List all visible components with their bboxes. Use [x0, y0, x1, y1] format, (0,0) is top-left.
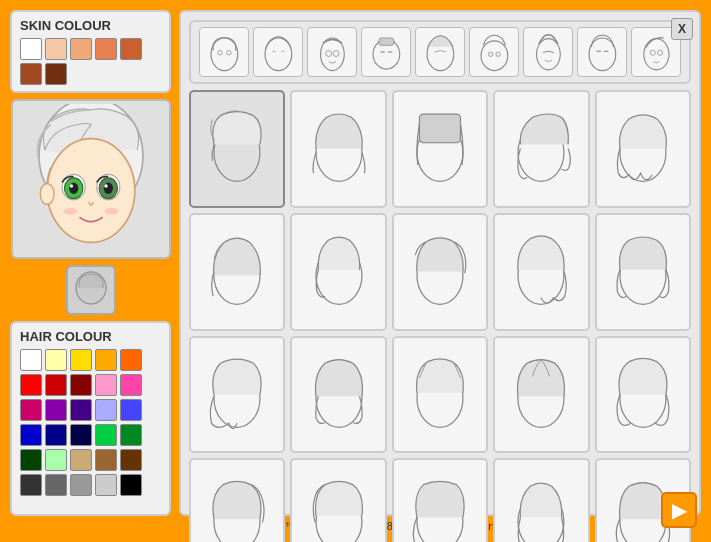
- hair-swatch[interactable]: [45, 449, 67, 471]
- hair-swatch[interactable]: [95, 374, 117, 396]
- svg-point-29: [536, 38, 560, 69]
- hair-swatch[interactable]: [45, 399, 67, 421]
- hair-style-item[interactable]: [290, 213, 386, 331]
- face-style-row: [189, 20, 691, 84]
- hair-swatch[interactable]: [20, 474, 42, 496]
- hair-swatch[interactable]: [120, 474, 142, 496]
- face-style-icon[interactable]: [415, 27, 465, 77]
- face-preview: [11, 99, 171, 259]
- hair-swatch[interactable]: [120, 449, 142, 471]
- svg-point-10: [63, 208, 77, 215]
- hair-swatch[interactable]: [95, 349, 117, 371]
- face-style-icon[interactable]: [199, 27, 249, 77]
- svg-point-14: [211, 38, 238, 71]
- hair-style-item[interactable]: [290, 458, 386, 542]
- hair-swatch[interactable]: [20, 424, 42, 446]
- skin-swatch[interactable]: [95, 38, 117, 60]
- left-panel: SKIN COLOUR: [10, 10, 171, 516]
- svg-point-19: [325, 50, 331, 56]
- hair-swatch[interactable]: [20, 349, 42, 371]
- hair-colour-grid: [20, 349, 161, 496]
- nav-arrow-button[interactable]: ▶: [661, 492, 697, 528]
- face-style-icon[interactable]: [361, 27, 411, 77]
- svg-point-9: [104, 184, 107, 187]
- svg-point-16: [226, 50, 230, 54]
- hair-style-item[interactable]: [493, 336, 589, 454]
- hair-style-item[interactable]: [290, 90, 386, 208]
- hair-style-grid: [189, 90, 691, 542]
- close-button[interactable]: X: [671, 18, 693, 40]
- skin-swatch[interactable]: [20, 38, 42, 60]
- svg-point-5: [69, 184, 72, 187]
- svg-point-20: [333, 50, 339, 56]
- hair-swatch[interactable]: [45, 474, 67, 496]
- face-style-icon[interactable]: [577, 27, 627, 77]
- svg-point-35: [657, 50, 662, 55]
- hair-icon-box: [66, 265, 116, 315]
- hair-style-item[interactable]: [392, 458, 488, 542]
- hair-style-item[interactable]: [493, 213, 589, 331]
- hair-swatch[interactable]: [20, 374, 42, 396]
- skin-colour-section: SKIN COLOUR: [10, 10, 171, 93]
- svg-point-27: [488, 52, 492, 56]
- skin-swatch[interactable]: [45, 38, 67, 60]
- skin-swatch[interactable]: [45, 63, 67, 85]
- hair-swatch[interactable]: [95, 474, 117, 496]
- hair-style-item[interactable]: [493, 458, 589, 542]
- skin-swatch[interactable]: [20, 63, 42, 85]
- hair-swatch[interactable]: [70, 474, 92, 496]
- skin-colour-title: SKIN COLOUR: [20, 18, 161, 33]
- hair-style-item[interactable]: [392, 213, 488, 331]
- hair-swatch[interactable]: [70, 424, 92, 446]
- svg-point-33: [643, 38, 668, 69]
- hair-swatch[interactable]: [45, 424, 67, 446]
- hair-swatch[interactable]: [70, 374, 92, 396]
- svg-point-30: [589, 38, 616, 71]
- svg-point-26: [481, 40, 508, 70]
- hair-style-item[interactable]: [290, 336, 386, 454]
- hair-swatch[interactable]: [45, 349, 67, 371]
- hair-style-item[interactable]: [595, 336, 691, 454]
- hair-style-item[interactable]: [392, 336, 488, 454]
- svg-point-1: [47, 139, 135, 243]
- face-style-icon[interactable]: [307, 27, 357, 77]
- hair-style-item[interactable]: [189, 90, 285, 208]
- hair-style-item[interactable]: [493, 90, 589, 208]
- hair-style-item[interactable]: [189, 458, 285, 542]
- svg-rect-39: [419, 114, 460, 143]
- svg-rect-22: [379, 38, 394, 45]
- main-container: SKIN COLOUR: [0, 0, 711, 542]
- hair-swatch[interactable]: [120, 349, 142, 371]
- hair-style-item[interactable]: [189, 213, 285, 331]
- hair-swatch[interactable]: [70, 349, 92, 371]
- svg-point-34: [650, 50, 655, 55]
- hair-swatch[interactable]: [20, 399, 42, 421]
- skin-swatch[interactable]: [70, 38, 92, 60]
- hair-style-item[interactable]: [595, 213, 691, 331]
- top-row: SKIN COLOUR: [10, 10, 701, 516]
- hair-swatch[interactable]: [120, 374, 142, 396]
- svg-point-8: [103, 182, 112, 194]
- face-style-icon[interactable]: [253, 27, 303, 77]
- hair-style-item[interactable]: [392, 90, 488, 208]
- hair-style-item[interactable]: [189, 336, 285, 454]
- hair-swatch[interactable]: [95, 449, 117, 471]
- right-panel: X: [179, 10, 701, 516]
- hair-style-item[interactable]: [595, 90, 691, 208]
- hair-swatch[interactable]: [45, 374, 67, 396]
- face-style-icon[interactable]: [469, 27, 519, 77]
- hair-swatch[interactable]: [120, 424, 142, 446]
- hair-colour-title: HAIR COLOUR: [20, 329, 161, 344]
- hair-swatch[interactable]: [95, 424, 117, 446]
- svg-point-15: [217, 50, 221, 54]
- hair-swatch[interactable]: [70, 449, 92, 471]
- svg-point-17: [265, 38, 292, 71]
- face-style-icon[interactable]: [523, 27, 573, 77]
- skin-colour-row: [20, 38, 161, 85]
- svg-point-11: [104, 208, 118, 215]
- skin-swatch[interactable]: [120, 38, 142, 60]
- hair-swatch[interactable]: [70, 399, 92, 421]
- hair-swatch[interactable]: [20, 449, 42, 471]
- hair-swatch[interactable]: [120, 399, 142, 421]
- hair-swatch[interactable]: [95, 399, 117, 421]
